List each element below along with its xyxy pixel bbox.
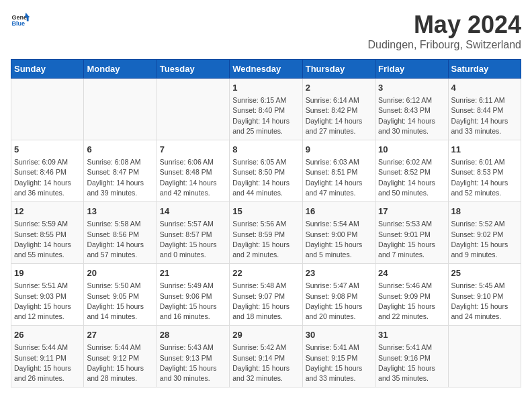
day-number: 14: [160, 205, 226, 218]
day-info: Sunrise: 6:08 AM Sunset: 8:47 PM Dayligh…: [87, 157, 153, 198]
calendar-cell: 17Sunrise: 5:53 AM Sunset: 9:01 PM Dayli…: [375, 202, 448, 264]
day-info: Sunrise: 5:41 AM Sunset: 9:15 PM Dayligh…: [306, 342, 372, 383]
day-info: Sunrise: 6:03 AM Sunset: 8:51 PM Dayligh…: [306, 157, 372, 198]
day-number: 13: [87, 205, 153, 218]
day-number: 26: [14, 329, 81, 341]
week-row-3: 12Sunrise: 5:59 AM Sunset: 8:55 PM Dayli…: [11, 202, 521, 264]
day-info: Sunrise: 5:51 AM Sunset: 9:03 PM Dayligh…: [14, 281, 81, 322]
calendar-cell: [157, 79, 229, 140]
day-info: Sunrise: 5:58 AM Sunset: 8:56 PM Dayligh…: [87, 219, 153, 260]
calendar-cell: 19Sunrise: 5:51 AM Sunset: 9:03 PM Dayli…: [11, 264, 84, 326]
day-number: 22: [232, 267, 299, 279]
col-monday: Monday: [84, 60, 157, 79]
calendar-cell: 12Sunrise: 5:59 AM Sunset: 8:55 PM Dayli…: [11, 202, 84, 264]
calendar-cell: 22Sunrise: 5:48 AM Sunset: 9:07 PM Dayli…: [230, 264, 302, 326]
calendar-cell: 7Sunrise: 6:06 AM Sunset: 8:48 PM Daylig…: [157, 140, 229, 202]
day-info: Sunrise: 6:12 AM Sunset: 8:43 PM Dayligh…: [378, 95, 445, 136]
day-info: Sunrise: 6:05 AM Sunset: 8:50 PM Dayligh…: [232, 157, 299, 198]
calendar-cell: 3Sunrise: 6:12 AM Sunset: 8:43 PM Daylig…: [375, 79, 448, 140]
day-info: Sunrise: 5:56 AM Sunset: 8:59 PM Dayligh…: [232, 219, 299, 260]
day-number: 16: [306, 205, 372, 218]
calendar-cell: 9Sunrise: 6:03 AM Sunset: 8:51 PM Daylig…: [302, 140, 375, 202]
logo-icon: General Blue: [11, 11, 30, 30]
day-info: Sunrise: 5:59 AM Sunset: 8:55 PM Dayligh…: [14, 219, 81, 260]
day-number: 18: [451, 205, 518, 218]
calendar-cell: 24Sunrise: 5:46 AM Sunset: 9:09 PM Dayli…: [375, 264, 448, 326]
calendar-cell: 16Sunrise: 5:54 AM Sunset: 9:00 PM Dayli…: [302, 202, 375, 264]
day-info: Sunrise: 5:50 AM Sunset: 9:05 PM Dayligh…: [87, 281, 153, 322]
calendar-table: Sunday Monday Tuesday Wednesday Thursday…: [11, 59, 521, 387]
col-wednesday: Wednesday: [230, 60, 302, 79]
day-number: 12: [14, 205, 81, 218]
logo: General Blue: [11, 11, 30, 30]
day-info: Sunrise: 6:01 AM Sunset: 8:53 PM Dayligh…: [451, 157, 518, 198]
calendar-cell: 29Sunrise: 5:42 AM Sunset: 9:14 PM Dayli…: [230, 326, 302, 387]
col-friday: Friday: [375, 60, 448, 79]
calendar-cell: 8Sunrise: 6:05 AM Sunset: 8:50 PM Daylig…: [230, 140, 302, 202]
day-info: Sunrise: 5:57 AM Sunset: 8:57 PM Dayligh…: [160, 219, 226, 260]
day-info: Sunrise: 5:46 AM Sunset: 9:09 PM Dayligh…: [378, 281, 445, 322]
day-info: Sunrise: 5:44 AM Sunset: 9:11 PM Dayligh…: [14, 342, 81, 383]
col-thursday: Thursday: [302, 60, 375, 79]
day-number: 20: [87, 267, 153, 279]
calendar-cell: 15Sunrise: 5:56 AM Sunset: 8:59 PM Dayli…: [230, 202, 302, 264]
day-number: 2: [306, 82, 372, 94]
day-info: Sunrise: 6:09 AM Sunset: 8:46 PM Dayligh…: [14, 157, 81, 198]
header: General Blue May 2024 Dudingen, Fribourg…: [11, 11, 521, 51]
calendar-cell: 30Sunrise: 5:41 AM Sunset: 9:15 PM Dayli…: [302, 326, 375, 387]
col-tuesday: Tuesday: [157, 60, 229, 79]
calendar-cell: 1Sunrise: 6:15 AM Sunset: 8:40 PM Daylig…: [230, 79, 302, 140]
day-info: Sunrise: 5:53 AM Sunset: 9:01 PM Dayligh…: [378, 219, 445, 260]
main-title: May 2024: [367, 11, 521, 39]
calendar-cell: 10Sunrise: 6:02 AM Sunset: 8:52 PM Dayli…: [375, 140, 448, 202]
calendar-header: Sunday Monday Tuesday Wednesday Thursday…: [11, 60, 521, 79]
day-number: 8: [232, 144, 299, 156]
day-info: Sunrise: 5:41 AM Sunset: 9:16 PM Dayligh…: [378, 342, 445, 383]
calendar-body: 1Sunrise: 6:15 AM Sunset: 8:40 PM Daylig…: [11, 79, 521, 387]
calendar-cell: 25Sunrise: 5:45 AM Sunset: 9:10 PM Dayli…: [448, 264, 521, 326]
calendar-cell: 27Sunrise: 5:44 AM Sunset: 9:12 PM Dayli…: [84, 326, 157, 387]
day-number: 1: [232, 82, 299, 94]
day-number: 23: [306, 267, 372, 279]
day-info: Sunrise: 5:47 AM Sunset: 9:08 PM Dayligh…: [306, 281, 372, 322]
day-number: 4: [451, 82, 518, 94]
week-row-1: 1Sunrise: 6:15 AM Sunset: 8:40 PM Daylig…: [11, 79, 521, 140]
subtitle: Dudingen, Fribourg, Switzerland: [367, 39, 521, 51]
day-info: Sunrise: 5:52 AM Sunset: 9:02 PM Dayligh…: [451, 219, 518, 260]
calendar-cell: 4Sunrise: 6:11 AM Sunset: 8:44 PM Daylig…: [448, 79, 521, 140]
day-number: 6: [87, 144, 153, 156]
calendar-cell: 2Sunrise: 6:14 AM Sunset: 8:42 PM Daylig…: [302, 79, 375, 140]
day-number: 3: [378, 82, 445, 94]
day-info: Sunrise: 5:44 AM Sunset: 9:12 PM Dayligh…: [87, 342, 153, 383]
day-info: Sunrise: 5:54 AM Sunset: 9:00 PM Dayligh…: [306, 219, 372, 260]
calendar-cell: 13Sunrise: 5:58 AM Sunset: 8:56 PM Dayli…: [84, 202, 157, 264]
title-area: May 2024 Dudingen, Fribourg, Switzerland: [367, 11, 521, 51]
week-row-2: 5Sunrise: 6:09 AM Sunset: 8:46 PM Daylig…: [11, 140, 521, 202]
day-number: 24: [378, 267, 445, 279]
calendar-cell: [11, 79, 84, 140]
calendar-cell: 14Sunrise: 5:57 AM Sunset: 8:57 PM Dayli…: [157, 202, 229, 264]
day-number: 25: [451, 267, 518, 279]
svg-text:Blue: Blue: [11, 20, 25, 27]
calendar-cell: 11Sunrise: 6:01 AM Sunset: 8:53 PM Dayli…: [448, 140, 521, 202]
day-number: 19: [14, 267, 81, 279]
day-number: 21: [160, 267, 226, 279]
week-row-5: 26Sunrise: 5:44 AM Sunset: 9:11 PM Dayli…: [11, 326, 521, 387]
calendar-cell: 31Sunrise: 5:41 AM Sunset: 9:16 PM Dayli…: [375, 326, 448, 387]
day-info: Sunrise: 6:02 AM Sunset: 8:52 PM Dayligh…: [378, 157, 445, 198]
day-number: 5: [14, 144, 81, 156]
day-number: 9: [306, 144, 372, 156]
calendar-cell: 21Sunrise: 5:49 AM Sunset: 9:06 PM Dayli…: [157, 264, 229, 326]
day-number: 29: [232, 329, 299, 341]
day-number: 7: [160, 144, 226, 156]
day-info: Sunrise: 5:42 AM Sunset: 9:14 PM Dayligh…: [232, 342, 299, 383]
day-number: 31: [378, 329, 445, 341]
col-sunday: Sunday: [11, 60, 84, 79]
day-number: 27: [87, 329, 153, 341]
header-row: Sunday Monday Tuesday Wednesday Thursday…: [11, 60, 521, 79]
day-number: 17: [378, 205, 445, 218]
day-info: Sunrise: 6:11 AM Sunset: 8:44 PM Dayligh…: [451, 95, 518, 136]
calendar-cell: [448, 326, 521, 387]
calendar-cell: 18Sunrise: 5:52 AM Sunset: 9:02 PM Dayli…: [448, 202, 521, 264]
day-number: 28: [160, 329, 226, 341]
